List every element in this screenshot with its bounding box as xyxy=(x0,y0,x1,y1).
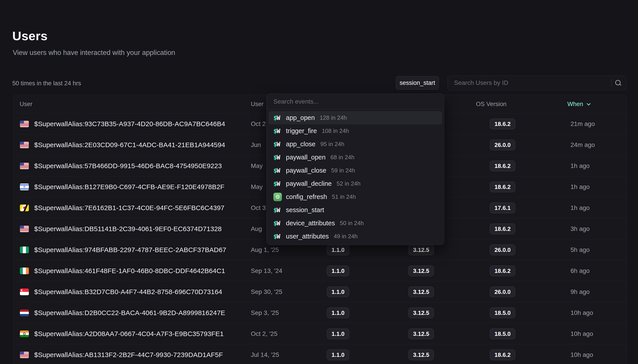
event-filter-dropdown: $W app_open 128 in 24h $W trigger_fire 1… xyxy=(266,94,444,245)
event-name: paywall_open xyxy=(286,154,326,161)
sdk-version-badge: 3.12.5 xyxy=(408,350,434,360)
table-row[interactable]: $SuperwallAlias:A2D08AA7-0667-4C04-A7F3-… xyxy=(14,323,626,344)
app-version-badge: 1.1.0 xyxy=(327,286,349,297)
country-flag-icon xyxy=(20,268,29,274)
event-name: app_close xyxy=(286,140,315,148)
event-option-paywall-decline[interactable]: $W paywall_decline 52 in 24h xyxy=(268,177,442,190)
column-header-user: User xyxy=(20,101,33,108)
when-value: 3h ago xyxy=(570,225,590,232)
event-option-config-refresh[interactable]: ⚙ config_refresh 51 in 24h xyxy=(268,190,442,204)
user-search-input[interactable] xyxy=(448,76,626,90)
os-version-badge: 26.0.0 xyxy=(490,244,515,255)
country-flag-icon xyxy=(20,288,29,295)
os-version-badge: 17.6.1 xyxy=(490,202,515,213)
user-alias: $SuperwallAlias:B32D7CB0-A4F7-44B2-8758-… xyxy=(34,288,222,296)
event-count: 108 in 24h xyxy=(322,128,349,134)
superwall-event-icon: $W xyxy=(273,180,286,187)
event-name: user_attributes xyxy=(286,233,329,240)
user-alias: $SuperwallAlias:AB1313F2-2B2F-44C7-9930-… xyxy=(34,351,223,359)
event-count: 50 in 24h xyxy=(340,220,364,227)
column-header-when[interactable]: When xyxy=(567,101,592,108)
when-value: 10h ago xyxy=(570,309,593,316)
app-version-badge: 1.1.0 xyxy=(327,244,349,255)
event-name: paywall_close xyxy=(286,167,326,174)
event-name: trigger_fire xyxy=(286,127,317,135)
user-alias: $SuperwallAlias:93C73B35-A937-4D20-86DB-… xyxy=(34,120,225,128)
user-since-value: Oct 3 xyxy=(251,204,266,212)
table-row[interactable]: $SuperwallAlias:461F48FE-1AF0-46B0-8DBC-… xyxy=(14,260,626,281)
event-search-input[interactable] xyxy=(273,98,437,105)
when-value: 6h ago xyxy=(570,267,590,274)
superwall-event-icon: $W xyxy=(273,128,286,134)
when-label: When xyxy=(567,101,583,108)
os-version-badge: 18.6.2 xyxy=(490,224,515,234)
superwall-event-icon: $W xyxy=(273,220,286,227)
search-divider xyxy=(611,78,612,87)
event-name: app_open xyxy=(286,114,315,122)
chevron-down-icon xyxy=(585,101,592,107)
user-alias: $SuperwallAlias:DB51141B-2C39-4061-9EF0-… xyxy=(34,225,222,233)
user-search-box[interactable] xyxy=(448,76,626,90)
when-value: 10h ago xyxy=(570,330,593,338)
user-since-value: Oct 2, '25 xyxy=(251,330,277,338)
os-version-badge: 26.0.0 xyxy=(490,140,515,150)
event-option-device-attributes[interactable]: $W device_attributes 50 in 24h xyxy=(268,216,442,230)
user-alias: $SuperwallAlias:57B466DD-9915-46D6-BAC8-… xyxy=(34,162,222,170)
event-option-app-close[interactable]: $W app_close 95 in 24h xyxy=(268,138,442,151)
user-alias: $SuperwallAlias:7E6162B1-1C37-4C0E-94FC-… xyxy=(34,204,224,212)
country-flag-icon xyxy=(20,226,29,232)
table-row[interactable]: $SuperwallAlias:B32D7CB0-A4F7-44B2-8758-… xyxy=(14,281,626,302)
user-alias: $SuperwallAlias:2E03CD09-67C1-4ADC-BA41-… xyxy=(34,141,225,149)
when-value: 1h ago xyxy=(570,204,590,212)
os-version-badge: 26.0.0 xyxy=(490,286,515,297)
sdk-version-badge: 3.12.5 xyxy=(408,266,434,276)
event-name: device_attributes xyxy=(286,220,335,227)
superwall-event-icon: $W xyxy=(273,114,286,121)
event-search-row[interactable] xyxy=(267,94,444,110)
when-value: 9h ago xyxy=(570,288,590,296)
event-option-list: $W app_open 128 in 24h $W trigger_fire 1… xyxy=(267,110,444,245)
event-option-paywall-close[interactable]: $W paywall_close 59 in 24h xyxy=(268,164,442,177)
app-version-badge: 1.1.0 xyxy=(327,266,349,276)
user-since-value: Jun xyxy=(251,141,261,148)
user-since-value: May xyxy=(251,183,263,190)
table-row[interactable]: $SuperwallAlias:AB1313F2-2B2F-44C7-9930-… xyxy=(14,344,626,364)
app-version-badge: 1.1.0 xyxy=(327,350,349,360)
superwall-event-icon: $W xyxy=(273,154,286,161)
os-version-badge: 18.5.0 xyxy=(490,328,515,339)
os-version-badge: 18.6.2 xyxy=(490,118,515,129)
os-version-badge: 18.5.0 xyxy=(490,308,515,318)
user-alias: $SuperwallAlias:B127E9B0-C697-4CFB-AE9E-… xyxy=(34,183,224,191)
os-version-badge: 18.6.2 xyxy=(490,160,515,171)
event-count: 59 in 24h xyxy=(331,167,355,174)
event-option-session-start[interactable]: $W session_start xyxy=(268,204,442,216)
user-alias: $SuperwallAlias:461F48FE-1AF0-46B0-8DBC-… xyxy=(34,267,225,275)
event-option-paywall-open[interactable]: $W paywall_open 68 in 24h xyxy=(268,151,442,164)
user-since-value: Sep 30, '25 xyxy=(251,288,282,296)
superwall-event-icon: $W xyxy=(273,206,286,214)
user-since-value: Jul 14, '25 xyxy=(251,351,279,358)
event-count: 52 in 24h xyxy=(337,180,361,187)
event-option-trigger-fire[interactable]: $W trigger_fire 108 in 24h xyxy=(268,124,442,138)
event-count-summary: 50 times in the last 24 hrs xyxy=(12,80,81,87)
event-count: 128 in 24h xyxy=(320,114,347,121)
column-header-os-version: OS Version xyxy=(476,101,507,108)
country-flag-icon xyxy=(20,120,29,127)
event-filter-button[interactable]: session_start xyxy=(396,76,439,90)
country-flag-icon xyxy=(20,184,29,190)
sdk-version-badge: 3.12.5 xyxy=(408,308,434,318)
when-value: 5h ago xyxy=(570,246,590,254)
page-title: Users xyxy=(12,28,48,43)
event-option-app-open[interactable]: $W app_open 128 in 24h xyxy=(268,111,442,124)
user-alias: $SuperwallAlias:D2B0CC22-BACA-4061-9B2D-… xyxy=(34,309,225,317)
sdk-version-badge: 3.12.5 xyxy=(408,286,434,297)
page-subtitle: View users who have interacted with your… xyxy=(13,49,175,57)
event-count: 51 in 24h xyxy=(332,194,356,200)
event-count: 95 in 24h xyxy=(320,141,344,148)
country-flag-icon xyxy=(20,204,29,211)
os-version-badge: 18.6.2 xyxy=(490,266,515,276)
search-icon[interactable] xyxy=(615,80,622,87)
user-alias: $SuperwallAlias:A2D08AA7-0667-4C04-A7F3-… xyxy=(34,330,224,338)
event-option-user-attributes[interactable]: $W user_attributes 49 in 24h xyxy=(268,230,442,243)
table-row[interactable]: $SuperwallAlias:D2B0CC22-BACA-4061-9B2D-… xyxy=(14,302,626,323)
